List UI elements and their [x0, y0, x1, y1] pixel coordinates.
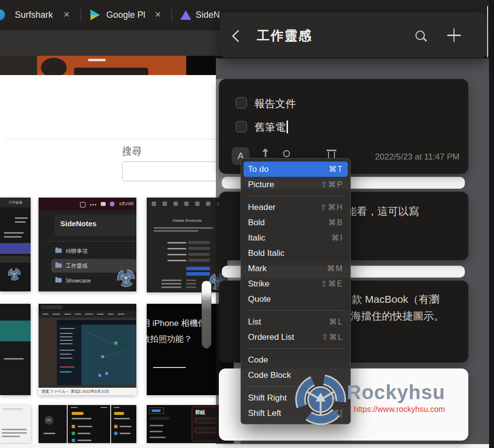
watermark-url: https://www.rockyhsu.com	[354, 405, 445, 414]
decor-line	[85, 314, 93, 315]
menu-item-label: Ordered List	[248, 332, 294, 342]
menu-separator	[247, 348, 344, 349]
decor-line	[60, 354, 72, 355]
menu-separator	[247, 196, 344, 196]
page-search-input[interactable]	[122, 162, 220, 181]
thumbnail-phone-settings[interactable]	[68, 405, 110, 443]
tab-surfshark[interactable]: Surfshark	[15, 0, 53, 30]
decor-line	[60, 343, 73, 344]
menu-item-label: To do	[248, 164, 269, 174]
tab-close-icon[interactable]: ✕	[63, 0, 70, 30]
decor-toolbar-icon	[173, 202, 178, 206]
thumbnail-phone-settings-2[interactable]	[111, 405, 136, 443]
app-icon	[114, 432, 118, 435]
add-note-icon-bar[interactable]	[453, 28, 455, 42]
tab-sidenotes[interactable]: SideN	[196, 0, 220, 30]
thumbnail-mini-note[interactable]: 工作靈感	[0, 198, 31, 291]
note-text: 能看，這可以寫	[346, 204, 419, 218]
mini-note-title: 工作靈感	[0, 198, 31, 207]
app-icon	[114, 425, 118, 428]
decor-toolbar-icon	[195, 202, 200, 206]
menu-item-label: Picture	[248, 180, 274, 190]
blue-link-text	[152, 409, 161, 412]
trash-icon[interactable]	[327, 150, 336, 151]
menu-item-ordered-list[interactable]: Ordered List⇧⌘L	[241, 329, 350, 345]
menu-item-todo[interactable]: To do⌘T	[244, 162, 348, 177]
checkbox-laptop[interactable]	[236, 121, 247, 132]
mini-search-pill	[150, 417, 169, 420]
app-icon	[72, 425, 75, 428]
menu-item-label: Italic	[248, 233, 265, 243]
note-text-line1: 款 MacBook（有瀏	[352, 292, 439, 306]
menu-item-strike[interactable]: Strike⇧⌘E	[241, 276, 350, 291]
mini-vpn-titlebar	[57, 320, 136, 325]
tab-close-icon[interactable]: ✕	[155, 0, 161, 30]
mini-menubar-dots	[90, 204, 91, 205]
menu-item-shortcut: ⇧⌘L	[322, 332, 343, 342]
thumbnail-phone-hc[interactable]: HC	[39, 405, 67, 443]
mini-photo-area	[39, 318, 136, 388]
share-icon-stem	[265, 151, 266, 157]
thumbnail-sidenotes-app[interactable]: 5月23日 SideNotes 待辦事項 工作靈感 Showcase	[39, 198, 136, 291]
decor-line	[60, 328, 75, 329]
menu-item-picture[interactable]: Picture⇧⌘P	[241, 177, 350, 192]
sidenotes-header: 工作靈感	[220, 12, 487, 58]
decor-map-line	[97, 350, 125, 359]
decor-line	[114, 418, 130, 419]
menu-item-mark[interactable]: Mark⌘M	[241, 261, 350, 276]
decor-line	[52, 314, 60, 315]
thumbnail-vpn-map[interactable]: 捜査ファイル～ 第5話 2022年5月21日	[39, 304, 136, 395]
thumbnail-light-doc[interactable]	[0, 405, 31, 443]
note-text-line2: 瀏海擋住的快捷圖示。	[340, 309, 444, 323]
menu-item-bold-italic[interactable]: Bold Italic	[241, 245, 350, 261]
menu-item-list[interactable]: List⌘L	[241, 314, 350, 329]
menu-separator	[247, 310, 344, 311]
checkbox-report[interactable]	[236, 97, 247, 109]
menu-item-label: List	[248, 317, 261, 327]
gear-icon[interactable]	[283, 150, 290, 157]
decor-line	[150, 437, 165, 438]
screen-right-edge	[489, 0, 494, 448]
menu-item-italic[interactable]: Italic⌘I	[241, 230, 350, 245]
app-icon	[72, 432, 75, 435]
decor-line	[162, 283, 181, 285]
decor-line	[162, 286, 181, 288]
decor-line	[186, 286, 196, 288]
highlight-red-box	[149, 407, 164, 414]
decor-control	[188, 247, 210, 250]
partial-favicon	[0, 9, 5, 20]
decor-line-teal	[60, 371, 72, 372]
thumbnail-shortcuts-settings[interactable]: Global Shortcuts	[147, 198, 227, 292]
hero-dash	[88, 59, 106, 61]
menu-item-quote[interactable]: Quote	[241, 291, 350, 307]
menu-item-shortcut: ⇧⌘E	[321, 279, 343, 288]
checklist-item-label: 舊筆電	[254, 121, 288, 134]
menu-item-shortcut: ⌘L	[329, 317, 343, 326]
mini-settings-title: Global Shortcuts	[147, 218, 227, 223]
watermark-logo-mini	[7, 267, 22, 282]
back-chevron-icon[interactable]	[232, 30, 244, 42]
decor-line	[60, 350, 75, 351]
hc-avatar: HC	[44, 416, 53, 425]
thumbnail-dark-teal[interactable]	[0, 304, 31, 395]
menu-item-shortcut: ⌘B	[328, 218, 343, 227]
decor-line	[120, 426, 131, 427]
menu-item-code[interactable]: Code	[241, 352, 350, 367]
menu-item-header[interactable]: Header⇧⌘H	[241, 200, 350, 215]
watermark-name: Rockyhsu	[347, 381, 445, 404]
decor-line	[78, 440, 91, 441]
tab-google-play[interactable]: Google Pl	[106, 0, 145, 30]
decor-line	[15, 221, 26, 223]
decor-line	[75, 314, 81, 315]
page-search-label: 搜尋	[122, 145, 142, 158]
menu-item-bold[interactable]: Bold⌘B	[241, 215, 350, 230]
menu-item-shortcut: ⌘M	[327, 264, 343, 273]
decor-underline	[153, 367, 186, 368]
page-scrollbar-thumb[interactable]	[202, 281, 211, 348]
menu-item-label: Mark	[248, 264, 267, 274]
mini-dropdown-selected	[186, 272, 210, 276]
decor-line	[154, 230, 198, 232]
decor-line	[154, 227, 213, 229]
decor-line	[150, 425, 164, 426]
search-icon[interactable]	[415, 31, 425, 40]
